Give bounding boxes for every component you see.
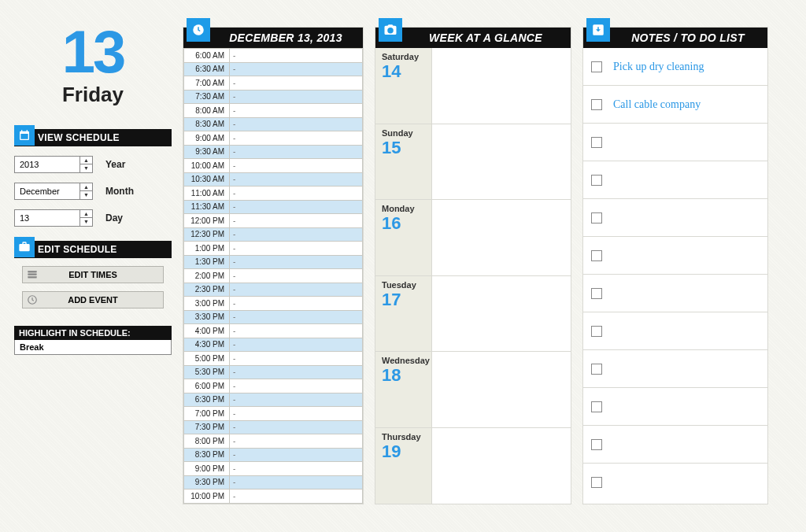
note-checkbox[interactable] bbox=[591, 250, 602, 261]
time-slot[interactable]: - bbox=[230, 338, 363, 352]
note-checkbox[interactable] bbox=[591, 439, 602, 450]
note-row[interactable] bbox=[583, 426, 767, 464]
week-day[interactable]: Sunday15 bbox=[375, 124, 571, 201]
time-slot[interactable]: - bbox=[230, 214, 363, 228]
time-row[interactable]: 1:00 PM- bbox=[184, 242, 363, 256]
note-checkbox[interactable] bbox=[591, 175, 602, 186]
note-checkbox[interactable] bbox=[591, 364, 602, 375]
time-row[interactable]: 7:30 AM- bbox=[184, 90, 363, 104]
time-slot[interactable]: - bbox=[230, 490, 363, 504]
time-row[interactable]: 6:00 PM- bbox=[184, 379, 363, 393]
time-slot[interactable]: - bbox=[230, 434, 363, 449]
time-slot[interactable]: - bbox=[230, 131, 363, 146]
note-checkbox[interactable] bbox=[591, 401, 602, 412]
time-row[interactable]: 8:00 AM- bbox=[184, 104, 363, 118]
time-slot[interactable]: - bbox=[230, 90, 363, 104]
note-checkbox[interactable] bbox=[591, 326, 602, 337]
week-day[interactable]: Wednesday18 bbox=[375, 352, 571, 428]
month-spinner[interactable]: December ▲▼ bbox=[14, 183, 93, 200]
time-slot[interactable]: - bbox=[230, 227, 363, 242]
time-row[interactable]: 6:30 PM- bbox=[184, 393, 363, 407]
time-row[interactable]: 10:30 AM- bbox=[184, 172, 363, 187]
time-slot[interactable]: - bbox=[230, 297, 363, 311]
time-row[interactable]: 5:30 PM- bbox=[184, 365, 363, 379]
note-checkbox[interactable] bbox=[591, 99, 602, 110]
time-row[interactable]: 12:00 PM- bbox=[184, 214, 363, 228]
time-slot[interactable]: - bbox=[230, 62, 363, 76]
time-row[interactable]: 6:00 AM- bbox=[184, 49, 363, 63]
time-row[interactable]: 1:30 PM- bbox=[184, 255, 363, 269]
time-row[interactable]: 2:30 PM- bbox=[184, 283, 363, 297]
time-slot[interactable]: - bbox=[230, 310, 363, 324]
note-row[interactable] bbox=[583, 161, 767, 199]
time-row[interactable]: 9:30 PM- bbox=[184, 475, 363, 490]
week-day[interactable]: Thursday19 bbox=[375, 428, 571, 504]
time-slot[interactable]: - bbox=[230, 242, 363, 256]
time-slot[interactable]: - bbox=[230, 365, 363, 379]
time-slot[interactable]: - bbox=[230, 283, 363, 297]
time-row[interactable]: 8:00 PM- bbox=[184, 434, 363, 449]
time-row[interactable]: 12:30 PM- bbox=[184, 227, 363, 242]
time-row[interactable]: 4:30 PM- bbox=[184, 338, 363, 352]
highlight-item[interactable]: Break bbox=[14, 340, 172, 355]
note-row[interactable] bbox=[583, 275, 767, 312]
week-day[interactable]: Saturday14 bbox=[375, 48, 571, 124]
note-row[interactable] bbox=[583, 464, 767, 501]
time-row[interactable]: 8:30 PM- bbox=[184, 448, 363, 462]
note-checkbox[interactable] bbox=[591, 61, 602, 72]
time-slot[interactable]: - bbox=[230, 393, 363, 407]
note-checkbox[interactable] bbox=[591, 137, 602, 148]
time-row[interactable]: 11:30 AM- bbox=[184, 200, 363, 214]
week-day[interactable]: Tuesday17 bbox=[375, 276, 571, 353]
time-slot[interactable]: - bbox=[230, 145, 363, 159]
time-row[interactable]: 7:00 AM- bbox=[184, 76, 363, 91]
note-checkbox[interactable] bbox=[591, 212, 602, 224]
time-slot[interactable]: - bbox=[230, 172, 363, 187]
time-slot[interactable]: - bbox=[230, 420, 363, 434]
time-slot[interactable]: - bbox=[230, 352, 363, 366]
time-row[interactable]: 11:00 AM- bbox=[184, 187, 363, 201]
time-slot[interactable]: - bbox=[230, 255, 363, 269]
time-row[interactable]: 2:00 PM- bbox=[184, 269, 363, 283]
year-spinner[interactable]: 2013 ▲▼ bbox=[14, 156, 93, 173]
time-slot[interactable]: - bbox=[230, 117, 363, 131]
time-row[interactable]: 10:00 PM- bbox=[184, 490, 363, 504]
time-slot[interactable]: - bbox=[230, 76, 363, 91]
note-row[interactable] bbox=[583, 388, 767, 426]
note-row[interactable]: Call cable company bbox=[583, 86, 767, 124]
time-slot[interactable]: - bbox=[230, 407, 363, 421]
note-row[interactable] bbox=[583, 312, 767, 350]
note-row[interactable] bbox=[583, 237, 767, 275]
edit-times-button[interactable]: EDIT TIMES bbox=[22, 266, 164, 283]
time-slot[interactable]: - bbox=[230, 475, 363, 490]
time-row[interactable]: 3:00 PM- bbox=[184, 297, 363, 311]
time-slot[interactable]: - bbox=[230, 462, 363, 476]
note-checkbox[interactable] bbox=[591, 477, 602, 488]
time-slot[interactable]: - bbox=[230, 159, 363, 173]
time-row[interactable]: 4:00 PM- bbox=[184, 324, 363, 338]
time-slot[interactable]: - bbox=[230, 200, 363, 214]
time-row[interactable]: 10:00 AM- bbox=[184, 159, 363, 173]
time-slot[interactable]: - bbox=[230, 379, 363, 393]
note-row[interactable] bbox=[583, 350, 767, 388]
time-slot[interactable]: - bbox=[230, 448, 363, 462]
time-slot[interactable]: - bbox=[230, 324, 363, 338]
time-row[interactable]: 9:30 AM- bbox=[184, 145, 363, 159]
time-row[interactable]: 7:30 PM- bbox=[184, 420, 363, 434]
add-event-button[interactable]: ADD EVENT bbox=[22, 291, 164, 308]
time-slot[interactable]: - bbox=[230, 104, 363, 118]
time-row[interactable]: 5:00 PM- bbox=[184, 352, 363, 366]
note-checkbox[interactable] bbox=[591, 288, 602, 299]
week-day[interactable]: Monday16 bbox=[375, 200, 571, 276]
day-spinner[interactable]: 13 ▲▼ bbox=[14, 209, 93, 227]
time-slot[interactable]: - bbox=[230, 187, 363, 201]
time-row[interactable]: 9:00 PM- bbox=[184, 462, 363, 476]
time-row[interactable]: 8:30 AM- bbox=[184, 117, 363, 131]
time-slot[interactable]: - bbox=[230, 269, 363, 283]
note-row[interactable]: Pick up dry cleaning bbox=[583, 48, 767, 86]
time-row[interactable]: 6:30 AM- bbox=[184, 62, 363, 76]
time-row[interactable]: 7:00 PM- bbox=[184, 407, 363, 421]
time-slot[interactable]: - bbox=[230, 49, 363, 63]
time-row[interactable]: 9:00 AM- bbox=[184, 131, 363, 146]
note-row[interactable] bbox=[583, 124, 767, 161]
